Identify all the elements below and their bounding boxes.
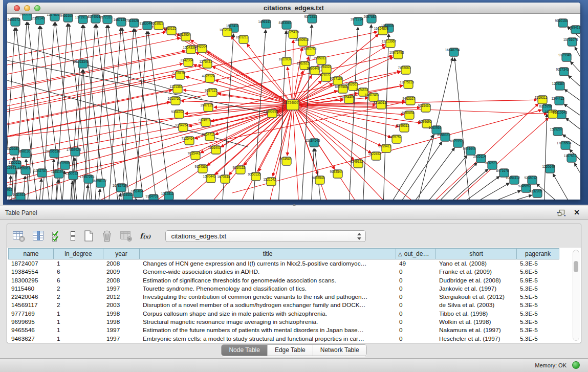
table-row[interactable]: 946554611997Estimation of the future num…: [8, 326, 559, 334]
graph-node-label: 2087682: [364, 15, 377, 18]
graph-node-label: 9463627: [403, 97, 416, 100]
black-edge[interactable]: [477, 190, 521, 200]
new-table-icon[interactable]: [83, 230, 94, 242]
delete-columns-icon[interactable]: [101, 230, 113, 242]
table-row[interactable]: 1830029562008Estimation of significance …: [8, 276, 559, 285]
cell-title: Estimation of significance thresholds fo…: [140, 276, 396, 285]
black-edge[interactable]: [388, 135, 433, 200]
graph-node-label: 9164701: [146, 194, 159, 198]
black-edge[interactable]: [466, 183, 509, 200]
table-row[interactable]: 969969511998Structural magnetic resonanc…: [8, 318, 559, 326]
black-edge[interactable]: [574, 163, 580, 172]
black-edge[interactable]: [553, 174, 573, 200]
table-body: 1872400712008Changes of HCN gene express…: [8, 259, 559, 343]
column-header-out_degree[interactable]: △out_de…: [396, 248, 436, 259]
black-edge[interactable]: [51, 159, 54, 200]
graph-node-label: 7515526: [126, 19, 139, 23]
black-edge[interactable]: [363, 25, 371, 200]
table-options-icon[interactable]: [12, 230, 26, 242]
table-header-row: namein_degreeyeartitle△out_de…shortpager…: [8, 248, 559, 259]
graph-node-label: 18724007: [284, 101, 299, 104]
black-edge[interactable]: [544, 114, 547, 200]
scrollbar-thumb[interactable]: [574, 261, 578, 272]
close-panel-icon[interactable]: ✕: [574, 208, 580, 216]
cell-year: 2008: [103, 259, 140, 268]
unselect-all-columns-icon[interactable]: [69, 230, 76, 242]
black-edge[interactable]: [454, 58, 470, 200]
column-header-label: pagerank: [525, 250, 551, 257]
float-panel-icon[interactable]: [557, 209, 565, 216]
table-row[interactable]: 1938455462009Genome-wide association stu…: [8, 268, 559, 276]
black-edge[interactable]: [568, 75, 580, 86]
black-edge[interactable]: [98, 189, 100, 200]
black-edge[interactable]: [95, 25, 107, 200]
table-row[interactable]: 1456911722003Disruption of a novel membe…: [8, 301, 559, 309]
tab-node-table[interactable]: Node Table: [222, 345, 268, 356]
black-edge[interactable]: [121, 29, 134, 200]
black-edge[interactable]: [135, 31, 147, 200]
network-canvas[interactable]: 2405572106553220691401527602946616010719…: [7, 14, 580, 200]
column-header-short[interactable]: short: [436, 248, 517, 259]
select-all-columns-icon[interactable]: [51, 230, 62, 242]
graph-node-label: 1220649: [542, 165, 555, 168]
red-edge[interactable]: [181, 101, 293, 105]
black-edge[interactable]: [311, 148, 314, 200]
tab-network-table[interactable]: Network Table: [313, 345, 366, 356]
memory-status-label: Memory: OK: [535, 362, 567, 368]
column-header-year[interactable]: year: [103, 248, 140, 259]
table-row[interactable]: 946362711997Embryonic stem cells: a mode…: [8, 335, 559, 343]
black-edge[interactable]: [397, 142, 442, 200]
vertical-scrollbar[interactable]: [573, 250, 579, 341]
column-header-name[interactable]: name: [8, 248, 54, 259]
table-row[interactable]: 1872400712008Changes of HCN gene express…: [8, 259, 559, 268]
graph-node-label: 9164702: [171, 110, 184, 114]
black-edge[interactable]: [383, 34, 389, 200]
graph-node-label: 9583544: [330, 170, 343, 173]
red-edge[interactable]: [293, 105, 391, 138]
red-edge[interactable]: [7, 105, 293, 137]
column-header-in_degree[interactable]: in_degree: [54, 248, 103, 259]
citation-network-graph[interactable]: 2405572106553220691401527602946616010719…: [7, 14, 580, 200]
table-row[interactable]: 911546021997Tourette syndrome. Phenomeno…: [8, 285, 559, 293]
cell-in_degree: 2: [54, 285, 103, 293]
table-selector[interactable]: citations_edges.txt: [165, 230, 366, 242]
table-tabs: Node TableEdge TableNetwork Table: [221, 344, 366, 356]
column-header-title[interactable]: title: [140, 248, 396, 259]
graph-node-label: 9572351: [304, 15, 317, 18]
black-edge[interactable]: [455, 176, 499, 200]
red-edge[interactable]: [186, 77, 293, 105]
graph-node-label: 3624574: [356, 88, 368, 92]
black-edge[interactable]: [85, 185, 88, 200]
black-edge[interactable]: [564, 89, 580, 100]
memory-indicator[interactable]: [572, 361, 580, 369]
black-edge[interactable]: [409, 148, 454, 200]
red-edge[interactable]: [447, 118, 549, 200]
red-edge[interactable]: [7, 102, 170, 136]
network-window-titlebar[interactable]: citations_edges.txt: [7, 3, 580, 14]
graph-node-label: 1065532: [19, 14, 32, 16]
graph-node-label: 12975115: [400, 80, 414, 84]
black-edge[interactable]: [315, 148, 321, 200]
table-row[interactable]: 2242004622012Investigating the contribut…: [8, 293, 559, 301]
cell-name: 19384554: [8, 268, 54, 276]
red-edge[interactable]: [287, 105, 293, 156]
black-edge[interactable]: [575, 47, 580, 56]
show-columns-icon[interactable]: [32, 230, 45, 242]
sort-ascending-icon: △: [398, 251, 402, 257]
tab-edge-table[interactable]: Edge Table: [268, 345, 313, 356]
cytoscape-app: citations_edges.txt 24055721065532206914…: [0, 0, 588, 372]
graph-node-label: 3687115: [205, 89, 217, 92]
black-edge[interactable]: [422, 155, 467, 200]
red-edge[interactable]: [7, 51, 185, 88]
black-edge[interactable]: [570, 61, 580, 72]
graph-node-label: 8549322: [351, 160, 363, 163]
function-builder-icon[interactable]: f(x): [140, 232, 150, 240]
graph-node-label: 17359924: [67, 148, 81, 151]
black-edge[interactable]: [489, 195, 532, 200]
black-edge[interactable]: [444, 169, 488, 200]
column-header-pagerank[interactable]: pagerank: [517, 248, 559, 259]
black-edge[interactable]: [566, 118, 580, 129]
graph-node-label: 1521542: [264, 178, 276, 181]
table-row[interactable]: 977716911998Corpus callosum shape and si…: [8, 310, 559, 318]
cell-year: 2009: [103, 268, 140, 276]
